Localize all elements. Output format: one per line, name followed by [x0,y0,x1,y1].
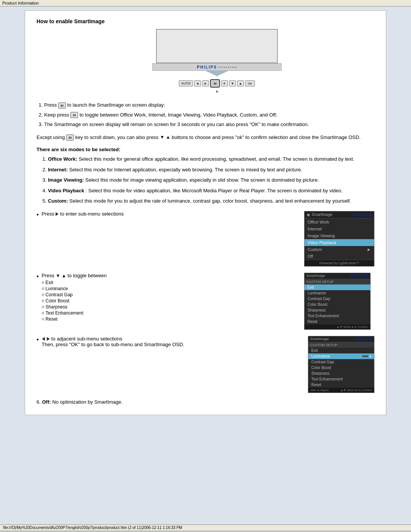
bar-fill [353,355,362,357]
adjacent-section: • to adjacent sub-menu selections Then, … [37,336,374,393]
adj-luminance-label: Luminance [311,354,330,358]
smartimage-osd: ▣ SmartImage PHILIPS Office Work Interne… [304,211,374,267]
main-background: How to enable SmartImage PHILIPS [0,6,411,524]
off-label: Off: [42,399,51,405]
btn-up[interactable]: ▲ [237,80,244,86]
except-text3: buttons to choose and press "ok" to conf… [172,134,360,140]
adj-sharpness-label: Sharpness [311,371,330,375]
adjacent-desc: to adjacent sub-menu selections Then, pr… [42,336,185,347]
adj-arrow: ► [369,355,372,358]
toggle-item-exit: Exit [42,280,107,285]
adj-reset-label: Reset [311,383,321,387]
custom-item-colorboost[interactable]: Color Boost [304,302,370,307]
adj-osd-header: SmartImage PHILIPS [308,336,374,342]
toggle-subitems: Exit Luminance Contrast Gap [42,280,107,322]
adj-osd-title: SmartImage [310,337,329,341]
adj-item-reset[interactable]: Reset [308,382,374,388]
osd-custom-arrow: ► [367,247,371,252]
osd-si-icon: ▣ [307,213,310,217]
right-arrow-icon-2 [47,337,50,341]
adj-item-luminance[interactable]: Luminance ► [308,353,374,359]
mode-5-label: Custom: [48,198,68,204]
custom-osd-brand: PHILIPS [351,274,368,278]
dot [234,67,235,68]
mode-5: Custom: Select this mode for you to adju… [48,197,374,205]
btn-down[interactable]: ▼ [229,80,236,86]
except-text1: Except using [37,134,66,140]
osd-item-custom[interactable]: Custom ► [304,246,374,253]
adj-item-textenhancement[interactable]: Text Enhancement [308,376,374,382]
adj-osd: SmartImage PHILIPS CUSTOM SETUP Exit Lum… [308,336,374,393]
osd-item-internet[interactable]: Internet [304,225,374,232]
mode-2-label: Internet: [48,167,68,173]
adj-osd-container: SmartImage PHILIPS CUSTOM SETUP Exit Lum… [308,336,374,393]
btn-settings[interactable]: ✦ [221,80,228,86]
mode-3-label: Image Viewing: [48,177,84,183]
statusbar: file:///D|/My%20Documents/dfu/200P7/engl… [0,524,411,530]
osd-item-officework[interactable]: Office Work [304,219,374,225]
press-submenu-text: • Press to enter sub-menu selections [37,211,296,267]
custom-item-luminance[interactable]: Luminance [304,290,370,296]
custom-footer: ▲▼ Move ● to Confirm [304,324,370,329]
press-label: Press [42,211,56,217]
mode-2-desc: Select this mode for Internet applicatio… [69,167,303,173]
btn-smartimage[interactable]: SI [210,79,220,88]
submenu-text2: to enter sub-menu selections [60,211,124,217]
toggle-sharpness: Sharpness [46,304,67,310]
toggle-item-colorboost: Color Boost [42,298,107,304]
toggle-item-luminance: Luminance [42,286,107,291]
adj-item-exit[interactable]: Exit [308,348,374,353]
steps-list: Press SI to launch the SmartImage on scr… [44,101,374,128]
step-3: The SmartImage on screen display will re… [44,121,374,128]
custom-osd: SmartImage PHILIPS CUSTOM SETUP Exit Lum… [304,273,371,330]
dot [228,67,229,68]
btn-right[interactable]: ► [202,80,209,86]
except-text2: key to scroll down, you can also press [75,134,160,140]
step2-text2: to toggle between Office Work, Internet,… [80,112,277,118]
custom-item-textenhancement[interactable]: Text Enhancement [304,313,370,319]
dot [226,67,227,68]
mode-3: Image Viewing: Select this mode for imag… [48,176,374,184]
off-mode-line: 6. Off: No optimization by SmartImage. [37,399,374,405]
osd-item-off[interactable]: Off [304,253,374,260]
down-triangle: ▼ [160,134,164,141]
except-paragraph: Except using SI key to scroll down, you … [37,134,374,142]
custom-item-sharpness[interactable]: Sharpness [304,307,370,313]
osd-item-videoplayback[interactable]: Video Playback [304,239,374,246]
adj-item-colorboost[interactable]: Color Boost [308,365,374,371]
custom-item-reset[interactable]: Reset [304,319,370,324]
press-toggle-label: Press [42,273,56,278]
custom-item-exit[interactable]: Exit [304,284,370,290]
circle-bullet [42,281,44,284]
adj-textenhancement-label: Text Enhancement [311,377,343,381]
circle-bullet [42,294,44,296]
bullet-submenu: • Press to enter sub-menu selections [37,211,296,218]
osd-brand: PHILIPS [353,212,372,217]
monitor-diagram: PHILIPS [59,29,374,94]
adj-item-sharpness[interactable]: Sharpness [308,371,374,376]
toggle-colorboost: Color Boost [46,298,70,304]
adj-exit-label: Exit [311,348,318,353]
monitor-screen [156,29,278,63]
btn-ok[interactable]: OK [245,80,255,86]
left-arrow-icon [42,337,45,341]
adjacent-text2: Then, press "OK" to go back to sub-menu … [42,342,185,347]
btn-left[interactable]: ◄ [194,80,201,86]
osd-item-imageviewing[interactable]: Image Viewing [304,232,374,239]
osd-custom-label: Custom [307,247,322,252]
monitor-dots [218,67,237,68]
btn-auto[interactable]: AUTO [179,80,193,86]
step3-text: The SmartImage on screen display will re… [44,121,309,127]
adj-bar: ► [353,355,372,358]
circle-bullet [42,288,44,290]
osd-header: ▣ SmartImage PHILIPS [304,211,374,219]
bar-track [353,355,368,357]
adj-contrastgap-label: Contrast Gap [311,360,334,364]
mode-2: Internet: Select this mode for Internet … [48,166,374,174]
adj-item-contrastgap[interactable]: Contrast Gap [308,359,374,365]
custom-item-contrastgap[interactable]: Contrast Gap [304,296,370,302]
bullet-adjacent: • to adjacent sub-menu selections Then, … [37,336,300,347]
window-title: Product Information [2,1,39,5]
toggle-textenhancement: Text Enhancement [46,310,83,316]
press-toggle-text: • Press ▼ ▲ to toggle between Exit [37,273,296,330]
